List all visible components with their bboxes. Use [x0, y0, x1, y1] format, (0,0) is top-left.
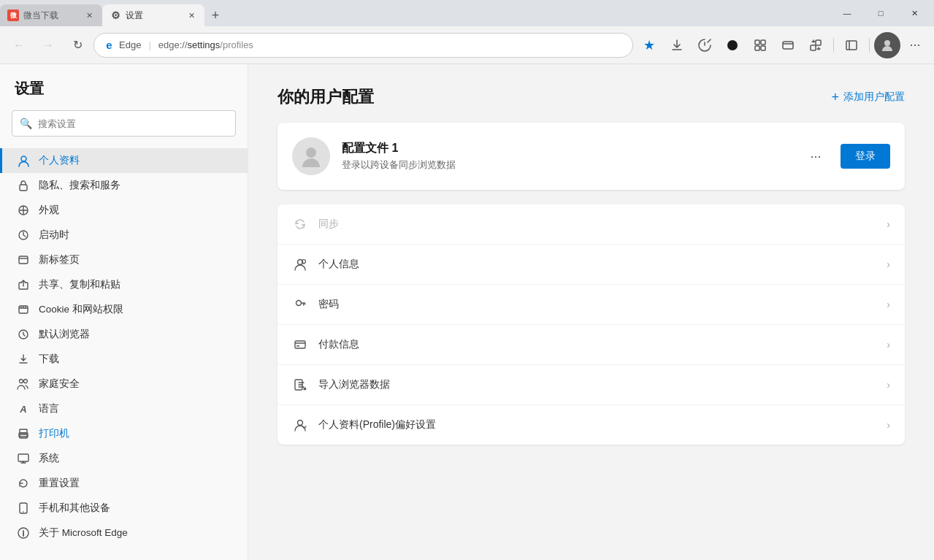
family-nav-icon: [17, 378, 30, 390]
profile-avatar: [292, 137, 330, 175]
sidebar-item-profile[interactable]: 个人资料: [0, 148, 248, 173]
sidebar-icon[interactable]: [838, 32, 865, 58]
maximize-button[interactable]: □: [864, 0, 897, 26]
new-tab-button[interactable]: +: [204, 4, 226, 26]
svg-point-17: [20, 380, 23, 383]
content-header: 你的用户配置 + 添加用户配置: [277, 86, 905, 108]
sidebar-item-reset[interactable]: 重置设置: [0, 471, 248, 496]
sidebar: 设置 🔍 个人资料 隐私、搜索和服务 外观: [0, 64, 248, 560]
menu-button[interactable]: ···: [902, 32, 928, 58]
profile-button[interactable]: [874, 32, 900, 58]
printer-nav-icon: [17, 428, 30, 440]
search-input[interactable]: [38, 118, 228, 129]
add-profile-button[interactable]: + 添加用户配置: [831, 90, 905, 105]
extensions-icon[interactable]: [803, 32, 829, 58]
forward-button[interactable]: →: [35, 32, 61, 58]
svg-point-0: [727, 40, 738, 50]
svg-point-25: [306, 147, 316, 158]
default-nav-icon: [17, 329, 30, 340]
sidebar-item-default[interactable]: 默认浏览器: [0, 322, 248, 347]
svg-rect-28: [295, 341, 305, 348]
navbar: ← → ↻ e Edge | edge://settings/profiles …: [0, 26, 934, 64]
add-profile-plus-icon: +: [831, 90, 839, 105]
sidebar-item-appearance[interactable]: 外观: [0, 198, 248, 223]
import-chevron-icon: ›: [887, 379, 890, 391]
sidebar-item-system[interactable]: 系统: [0, 446, 248, 471]
profile-more-button[interactable]: ···: [803, 143, 829, 169]
sidebar-item-cookies[interactable]: Cookie 和网站权限: [0, 297, 248, 322]
personal-info-chevron-icon: ›: [887, 258, 890, 270]
startup-nav-icon: [17, 229, 30, 241]
toolbar-separator-1: [833, 38, 834, 53]
svg-rect-29: [296, 345, 299, 347]
sidebar-item-phone[interactable]: 手机和其他设备: [0, 496, 248, 521]
back-button[interactable]: ←: [6, 32, 32, 58]
address-url: edge://settings/profiles: [158, 39, 253, 50]
newtab-nav-icon: [17, 254, 30, 266]
appearance-nav-icon: [17, 204, 30, 216]
sidebar-item-printer[interactable]: 打印机: [0, 421, 248, 446]
personal-info-icon: [292, 256, 308, 272]
close-button[interactable]: ✕: [897, 0, 931, 26]
reset-nav-icon: [17, 477, 30, 489]
sidebar-label-printer: 打印机: [39, 427, 69, 440]
favorites-icon[interactable]: ★: [636, 32, 662, 58]
downloads-icon[interactable]: [664, 32, 690, 58]
about-nav-icon: [17, 527, 30, 539]
password-icon: [292, 296, 308, 312]
tab-1[interactable]: 微 微当下载 ✕: [0, 4, 102, 26]
sidebar-item-startup[interactable]: 启动时: [0, 223, 248, 248]
phone-nav-icon: [17, 502, 30, 514]
history-icon[interactable]: [692, 32, 718, 58]
sidebar-label-reset: 重置设置: [39, 477, 80, 490]
wallet-icon[interactable]: [775, 32, 801, 58]
svg-rect-21: [18, 454, 28, 461]
settings-item-preferences[interactable]: 个人资料(Profile)偏好设置 ›: [277, 405, 905, 445]
address-brand: Edge: [119, 39, 141, 50]
tab2-close-button[interactable]: ✕: [185, 9, 197, 21]
svg-rect-19: [20, 429, 27, 433]
svg-point-31: [298, 421, 303, 426]
sidebar-item-privacy[interactable]: 隐私、搜索和服务: [0, 173, 248, 198]
circle-icon[interactable]: [719, 32, 746, 58]
add-profile-label: 添加用户配置: [843, 91, 905, 104]
sidebar-item-family[interactable]: 家庭安全: [0, 372, 248, 396]
language-nav-icon: A: [17, 404, 30, 415]
edge-logo: e: [103, 39, 115, 51]
preferences-chevron-icon: ›: [887, 419, 890, 431]
titlebar: 微 微当下载 ✕ ⚙ 设置 ✕ + — □ ✕: [0, 0, 934, 26]
svg-rect-3: [755, 46, 759, 50]
settings-item-personal-info[interactable]: 个人信息 ›: [277, 245, 905, 285]
tab1-close-button[interactable]: ✕: [83, 9, 95, 21]
search-box[interactable]: 🔍: [12, 110, 236, 137]
sidebar-label-language: 语言: [39, 402, 59, 415]
sidebar-item-newtab[interactable]: 新标签页: [0, 248, 248, 272]
settings-item-import[interactable]: 导入浏览器数据 ›: [277, 365, 905, 405]
tab1-favicon: 微: [7, 9, 19, 21]
sidebar-item-downloads[interactable]: 下载: [0, 347, 248, 372]
tabs-area: 微 微当下载 ✕ ⚙ 设置 ✕ +: [0, 0, 827, 26]
sidebar-item-share[interactable]: 共享、复制和粘贴: [0, 272, 248, 297]
sidebar-label-profile: 个人资料: [39, 154, 80, 167]
settings-item-sync: 同步 ›: [277, 204, 905, 245]
sidebar-label-share: 共享、复制和粘贴: [39, 278, 120, 291]
minimize-button[interactable]: —: [830, 0, 864, 26]
svg-rect-11: [20, 185, 27, 191]
profile-nav-icon: [17, 155, 30, 167]
profile-card: 配置文件 1 登录以跨设备同步浏览数据 ··· 登录: [277, 123, 905, 190]
sidebar-item-about[interactable]: 关于 Microsoft Edge: [0, 521, 248, 545]
sidebar-item-language[interactable]: A 语言: [0, 396, 248, 421]
refresh-button[interactable]: ↻: [64, 32, 91, 58]
tab-2[interactable]: ⚙ 设置 ✕: [102, 4, 204, 26]
settings-item-payment[interactable]: 付款信息 ›: [277, 325, 905, 365]
svg-rect-4: [761, 46, 765, 50]
address-bar[interactable]: e Edge | edge://settings/profiles: [93, 33, 633, 58]
signin-button[interactable]: 登录: [841, 144, 890, 169]
main-layout: 设置 🔍 个人资料 隐私、搜索和服务 外观: [0, 64, 934, 560]
svg-rect-1: [755, 40, 759, 45]
privacy-nav-icon: [17, 180, 30, 191]
collections-icon[interactable]: [747, 32, 773, 58]
settings-item-passwords[interactable]: 密码 ›: [277, 285, 905, 325]
sidebar-label-privacy: 隐私、搜索和服务: [39, 179, 120, 192]
sidebar-label-system: 系统: [39, 452, 59, 465]
